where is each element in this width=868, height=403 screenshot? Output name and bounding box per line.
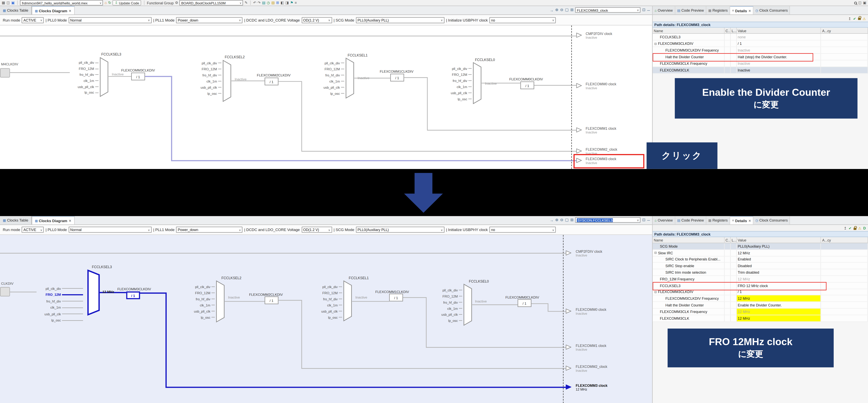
details-row[interactable]: FLEXCOMM3CLKDIV Frequency12 MHz bbox=[653, 295, 868, 302]
details-row[interactable]: Slow IRC12 MHz bbox=[653, 250, 868, 256]
mux-input[interactable]: lp_osc bbox=[193, 90, 221, 96]
clock-output[interactable]: CMP2FDIV clockInactive bbox=[576, 249, 602, 257]
window-layout-icon[interactable]: ◫ bbox=[858, 1, 862, 4]
mux-input[interactable]: FRO_12M bbox=[70, 66, 99, 72]
tab-code-preview[interactable]: ▤Code Preview bbox=[675, 216, 707, 224]
functional-group-select[interactable]: BOARD_BootClockPLL150M∨ bbox=[180, 0, 243, 5]
details-row[interactable]: FCCLKSEL3none bbox=[653, 34, 868, 40]
clock-output[interactable]: FLEXCOMM1 clockInactive bbox=[576, 344, 606, 352]
details-column-header[interactable]: Name bbox=[653, 237, 724, 243]
mux-shape[interactable] bbox=[345, 58, 354, 99]
clock-output[interactable]: FLEXCOMM0 clockInactive bbox=[586, 82, 616, 90]
edit-functional-group-icon[interactable]: ✎ bbox=[245, 1, 248, 4]
close-icon[interactable]: × bbox=[749, 219, 751, 223]
mux-input[interactable]: pll_clk_div bbox=[433, 287, 462, 293]
mux-input[interactable]: pll_clk_div bbox=[70, 60, 99, 66]
run-mode-select[interactable]: ACTIVE∨ bbox=[22, 17, 44, 23]
functional-group-settings-icon[interactable]: ⚙ bbox=[175, 1, 178, 4]
mux-input[interactable]: fro_hf_div bbox=[313, 296, 342, 302]
details-row[interactable]: FRO_12M Frequency12 MHz bbox=[653, 276, 868, 282]
mux-input[interactable]: usb_pll_clk bbox=[443, 90, 472, 96]
mux-input[interactable]: pll_clk_div bbox=[313, 284, 342, 290]
pll1-mode-select[interactable]: Power_down∨ bbox=[176, 227, 243, 233]
pll0-mode-select[interactable]: Normal∨ bbox=[68, 227, 152, 233]
tab-clock-consumers[interactable]: ◷Clock Consumers bbox=[753, 6, 790, 15]
mux-input[interactable]: pll_clk_div bbox=[193, 60, 221, 66]
details-row[interactable]: FLEXCOMM3CLK Frequency12 MHz bbox=[653, 309, 868, 315]
home-icon[interactable]: ⌂ bbox=[104, 1, 107, 4]
mux-input[interactable]: clk_1m bbox=[70, 78, 99, 84]
pll0-mode-select[interactable]: Normal∨ bbox=[68, 17, 152, 23]
mux-input[interactable]: pll_clk_div bbox=[315, 60, 344, 66]
go-to-icon[interactable]: → bbox=[550, 8, 554, 12]
usbphy-clock-select[interactable]: no∨ bbox=[490, 227, 556, 233]
mux-shape[interactable] bbox=[222, 60, 231, 102]
redo-icon[interactable]: ↷ bbox=[258, 1, 260, 4]
zoom-out-icon[interactable]: ⊖ bbox=[560, 218, 563, 222]
minimize-icon[interactable]: ─ bbox=[647, 218, 650, 222]
clocks-tool-icon[interactable]: ◷ bbox=[267, 1, 270, 4]
dcdc-voltage-select[interactable]: OD(1.2 V)∨ bbox=[302, 227, 332, 233]
validate-icon[interactable]: ✔ bbox=[849, 226, 851, 230]
split-view-icon[interactable]: ◧ bbox=[281, 1, 284, 4]
pins-tool-icon[interactable]: ▤ bbox=[262, 1, 265, 4]
run-mode-select[interactable]: ACTIVE∨ bbox=[22, 227, 44, 233]
mux-shape[interactable] bbox=[100, 57, 108, 97]
mux-input[interactable]: usb_pll_clk bbox=[313, 308, 342, 314]
mux-input[interactable]: fro_hf_div bbox=[443, 78, 472, 84]
perspective-icon[interactable]: ▣ bbox=[863, 1, 866, 4]
details-row[interactable]: Halt the Divider CounterHalt (stop) the … bbox=[653, 54, 868, 60]
upstream-divider-box[interactable] bbox=[0, 68, 10, 78]
scg-mode-select[interactable]: PLL0(Auxiliary PLL)∨ bbox=[356, 227, 444, 233]
mux-input[interactable]: clk_1m bbox=[313, 302, 342, 308]
mux-input[interactable]: FRO_12M bbox=[313, 290, 342, 296]
details-row[interactable]: SIRC trim mode selectionTrim disabled bbox=[653, 269, 868, 276]
mux-input[interactable]: FRO_12M bbox=[443, 71, 472, 78]
log-icon[interactable]: ≡ bbox=[295, 1, 297, 4]
mux-input[interactable]: pll_clk_div bbox=[443, 65, 472, 71]
details-column-header[interactable]: A...cy bbox=[821, 237, 868, 243]
mux-input[interactable]: clk_1m bbox=[186, 302, 215, 308]
tab-overview[interactable]: ⌂Overview bbox=[653, 216, 675, 224]
close-icon[interactable]: × bbox=[69, 8, 71, 12]
mux-input[interactable]: FRO_12M bbox=[315, 66, 344, 72]
mux-input[interactable]: clk_1m bbox=[36, 305, 83, 311]
mux-input[interactable]: lp_osc bbox=[36, 317, 83, 324]
update-code-button[interactable]: ⇩ Update Code bbox=[113, 0, 142, 5]
divider-box[interactable]: / 1 bbox=[131, 73, 145, 80]
details-row[interactable]: FLEXCOMM3CLKDIV FrequencyInactive bbox=[653, 47, 868, 54]
zoom-in-icon[interactable]: ⊕ bbox=[555, 218, 558, 222]
details-column-header[interactable]: A...cy bbox=[821, 28, 868, 33]
zoom-in-icon[interactable]: ⊕ bbox=[555, 8, 558, 12]
mux-input[interactable]: usb_pll_clk bbox=[36, 311, 83, 317]
tab-clocks-diagram[interactable]: ⊞ Clocks Diagram × bbox=[32, 216, 74, 224]
tab-registers[interactable]: ▦Registers bbox=[706, 216, 730, 224]
mux-shape[interactable] bbox=[343, 280, 352, 321]
details-column-header[interactable]: Value bbox=[737, 237, 821, 243]
mux-input[interactable]: usb_pll_clk bbox=[70, 84, 99, 90]
divider-box[interactable]: / 1 bbox=[518, 299, 531, 307]
lock-icon[interactable] bbox=[854, 227, 856, 230]
tab-overview[interactable]: ⌂Overview bbox=[653, 6, 675, 15]
details-row[interactable]: SIRC Stop enableDisabled bbox=[653, 263, 868, 269]
mux-input[interactable]: clk_1m bbox=[443, 84, 472, 90]
details-row[interactable]: FLEXCOMM3CLKDIV/ 1 bbox=[653, 289, 868, 295]
clock-output[interactable]: FLEXCOMM0 clockInactive bbox=[576, 308, 606, 316]
tab-clock-consumers[interactable]: ◷Clock Consumers bbox=[753, 216, 790, 224]
divider-box[interactable]: / 1 bbox=[390, 74, 404, 81]
mux-shape[interactable] bbox=[463, 284, 472, 326]
peripherals-tool-icon[interactable]: ▧ bbox=[271, 1, 275, 4]
mux-shape[interactable] bbox=[473, 62, 482, 104]
mux-input[interactable]: clk_1m bbox=[193, 78, 221, 84]
mux-input[interactable]: usb_pll_clk bbox=[433, 311, 462, 317]
validate-icon[interactable]: ✔ bbox=[853, 17, 856, 20]
divider-box[interactable]: / 1 bbox=[520, 81, 534, 89]
details-column-header[interactable]: C... bbox=[724, 28, 731, 33]
upstream-divider-box[interactable] bbox=[0, 287, 10, 296]
usbphy-clock-select[interactable]: no∨ bbox=[490, 17, 556, 23]
restore-icon[interactable]: ⊡ bbox=[642, 8, 646, 12]
mux-input[interactable]: FRO_12M bbox=[186, 290, 215, 296]
mux-input[interactable]: usb_pll_clk bbox=[315, 84, 344, 90]
divider-box[interactable]: / 1 bbox=[389, 294, 403, 301]
fit-view-icon[interactable]: ▢ bbox=[565, 8, 569, 12]
